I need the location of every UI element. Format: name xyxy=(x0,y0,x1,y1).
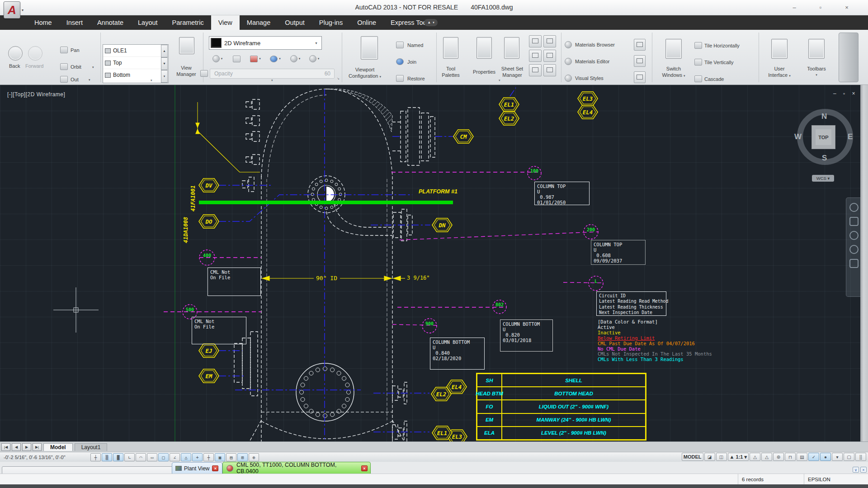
hex-tag-el3[interactable]: EL3 xyxy=(578,92,598,105)
viewport-label[interactable]: [-][Top][2D Wireframe] xyxy=(7,91,65,98)
status-toggle-quick-properties[interactable]: ▤ xyxy=(226,453,236,461)
color-faces-button[interactable]: ▾ xyxy=(247,52,264,65)
id-dimension-text[interactable]: 90" ID xyxy=(316,275,337,282)
quick-view-drawings-icon[interactable]: ◫ xyxy=(716,453,727,461)
layout-nav-button-1[interactable]: ◀ xyxy=(12,443,21,451)
table-row[interactable]: SHSHELL xyxy=(477,374,645,386)
named-views-list[interactable]: OLE1TopBottom xyxy=(103,44,169,83)
properties-palette-icon[interactable] xyxy=(476,37,492,59)
tab-plant-view[interactable]: Plant View × xyxy=(172,462,222,474)
navigation-bar[interactable] xyxy=(846,197,860,297)
workspace-switching-icon[interactable]: ⊛ xyxy=(773,453,784,461)
ribbon-tab-manage[interactable]: Manage xyxy=(240,15,278,30)
layout-nav-button-0[interactable]: |◀ xyxy=(1,443,10,451)
realistic-style-button[interactable]: ▾ xyxy=(306,52,323,65)
named-viewports-button[interactable]: Named xyxy=(407,42,423,48)
manway[interactable] xyxy=(296,363,354,421)
orbit-icon[interactable] xyxy=(60,63,68,70)
line-tag-41da1008[interactable]: 41DA1008 xyxy=(183,217,189,243)
viewport-window-controls[interactable]: – ▫ × xyxy=(833,90,858,97)
tile-horizontally-icon[interactable] xyxy=(694,42,702,49)
grip-dots[interactable]: ⣿ xyxy=(855,453,866,461)
cad-text-box-0[interactable]: COLUMN TOPU 0.98701/01/2050 xyxy=(534,182,590,205)
properties-palette-button[interactable]: Properties xyxy=(468,69,500,75)
viewcube-south[interactable]: S xyxy=(822,154,827,163)
pan-button[interactable]: Pan xyxy=(71,47,80,53)
status-toggle-3d-object-snap[interactable]: □ xyxy=(158,453,169,461)
cml-circle-200[interactable]: 200 xyxy=(584,225,598,239)
sheet-set-manager-button[interactable]: Sheet Set xyxy=(498,66,526,71)
hide-style-button[interactable] xyxy=(228,52,245,65)
ribbon-tab-home[interactable]: Home xyxy=(27,15,59,30)
sheet-set-manager-icon[interactable] xyxy=(504,37,519,59)
cml-circle-900[interactable]: 900 xyxy=(422,319,437,333)
materials-browser-button[interactable]: Materials Browser xyxy=(575,42,615,47)
ribbon-tab-insert[interactable]: Insert xyxy=(59,15,90,30)
restore-viewports-icon[interactable] xyxy=(396,75,404,82)
hardware-acceleration-icon[interactable]: ▤ xyxy=(797,453,807,461)
table-row[interactable]: EMMANWAY (24" - 900# HB LWN) xyxy=(477,413,645,426)
hex-tag-el2[interactable]: EL2 xyxy=(431,387,451,401)
viewcube-west[interactable]: W xyxy=(794,132,802,141)
tool-palettes-icon[interactable] xyxy=(443,37,458,59)
viewport-configuration-button[interactable]: Viewport xyxy=(340,67,390,72)
visual-styles-panel-caret-icon[interactable]: ▾ xyxy=(271,79,273,82)
tool-palettes-button[interactable]: Tool xyxy=(437,66,464,71)
annotation-scale[interactable]: ▲ 1:1 ▾ xyxy=(728,453,749,461)
status-toggle-dynamic-ucs[interactable]: △ xyxy=(181,453,191,461)
back-icon[interactable] xyxy=(8,46,23,61)
full-navigation-wheel-icon[interactable] xyxy=(849,203,859,212)
ribbon-tab-annotate[interactable]: Annotate xyxy=(90,15,131,30)
tab-layout1[interactable]: Layout1 xyxy=(75,443,108,451)
orbit-tool-icon[interactable] xyxy=(849,245,859,254)
viewcube-north[interactable]: N xyxy=(821,112,827,121)
status-toggle-snap-mode[interactable]: ▒ xyxy=(102,453,112,461)
named-viewports-icon[interactable] xyxy=(396,42,404,48)
status-menu-caret[interactable]: ▾ xyxy=(832,453,843,461)
clean-screen-icon[interactable]: ▢ xyxy=(844,453,854,461)
palettes-panel-caret-icon[interactable]: ▾ xyxy=(499,79,500,82)
hex-tag-do[interactable]: DO xyxy=(199,215,219,228)
hex-tag-el4[interactable]: EL4 xyxy=(578,105,598,119)
view-manager-button[interactable]: View xyxy=(173,65,200,70)
status-toggle-object-snap-tracking[interactable]: ∠ xyxy=(170,453,180,461)
switch-windows-icon[interactable] xyxy=(665,39,682,59)
pan-tool-icon[interactable] xyxy=(849,217,859,226)
cad-text-box-3[interactable]: COLUMN BOTTOMU 0.82003/01/2018 xyxy=(500,319,553,352)
vessel-outline[interactable] xyxy=(234,89,435,441)
back-button[interactable]: Back xyxy=(9,63,20,69)
user-interface-button[interactable]: User xyxy=(764,66,795,71)
views-panel-caret-icon[interactable]: ▾ xyxy=(151,79,152,82)
minimize-button[interactable]: – xyxy=(788,3,801,12)
visual-styles-palette-icon[interactable] xyxy=(565,75,572,82)
status-toggle-object-snap[interactable]: ▭ xyxy=(147,453,157,461)
cad-text-box-2[interactable]: COLUMN BOTTOMU 0.84002/18/2020 xyxy=(430,338,485,370)
hex-tag-dn[interactable]: DN xyxy=(432,218,452,232)
annotation-autoscale-icon[interactable]: △ xyxy=(761,453,772,461)
plant-view-close-icon[interactable]: × xyxy=(212,465,218,471)
tile-vertically-icon[interactable] xyxy=(694,59,702,66)
status-toggle-dynamic-input[interactable]: + xyxy=(192,453,203,461)
materials-editor-button[interactable]: Materials Editor xyxy=(575,59,609,64)
hex-tag-dv[interactable]: DV xyxy=(199,178,219,192)
cml-circle-100[interactable]: 100 xyxy=(528,166,541,180)
zoom-out-caret-icon[interactable]: ▾ xyxy=(89,78,90,82)
status-toggle-selection-cycling[interactable]: ⊞ xyxy=(237,453,248,461)
zoom-out-icon[interactable] xyxy=(60,76,68,83)
hex-tag-el2[interactable]: EL2 xyxy=(499,112,519,125)
orbit-caret-icon[interactable]: ▾ xyxy=(92,66,94,69)
cml-record-close-icon[interactable]: × xyxy=(361,465,368,471)
cad-text-box-5[interactable]: CML NotOn File xyxy=(208,267,261,296)
quickcalc-button[interactable] xyxy=(543,50,556,62)
top-flange[interactable] xyxy=(311,179,342,210)
views-list-scrollbar[interactable]: ▲ ▼ ▾ xyxy=(161,45,168,83)
tile-vertically-button[interactable]: Tile Vertically xyxy=(704,60,733,65)
model-space-button[interactable]: MODEL xyxy=(682,453,703,461)
switch-windows-button[interactable]: Switch xyxy=(655,66,693,71)
maximize-button[interactable]: ▫ xyxy=(814,3,827,12)
tab-cml-record[interactable]: CML 500, TT1000, COLUMN BOTTOM, CB.0400 … xyxy=(222,462,371,474)
cml-circle-802[interactable]: 802 xyxy=(493,300,506,314)
status-toggle-grid-display[interactable]: ▓ xyxy=(113,453,123,461)
tab-model[interactable]: Model xyxy=(43,443,73,451)
cascade-icon[interactable] xyxy=(694,75,702,82)
